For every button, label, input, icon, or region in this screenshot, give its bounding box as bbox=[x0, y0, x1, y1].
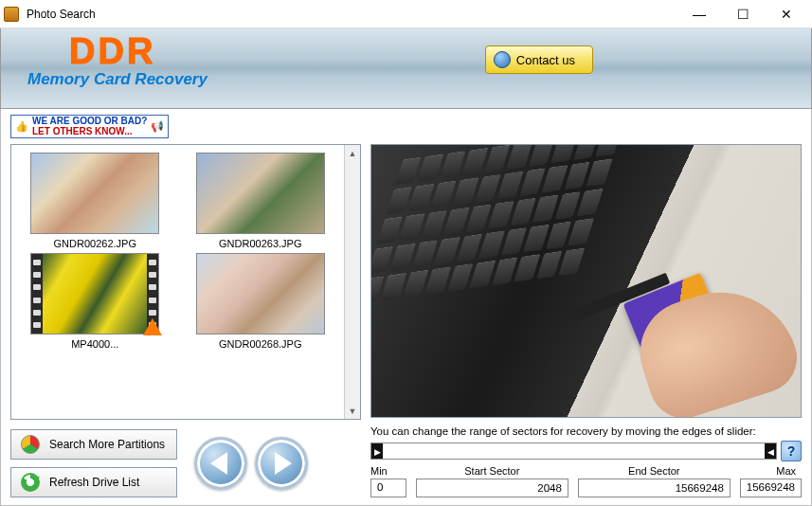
thumbnail-panel: GNDR00262.JPG GNDR00263.JPG MP400 bbox=[10, 144, 361, 420]
video-thumbnail bbox=[30, 253, 159, 334]
title-bar: Photo Search — ☐ ✕ bbox=[0, 0, 812, 28]
app-subtitle: Memory Card Recovery bbox=[14, 70, 798, 89]
start-sector-label: Start Sector bbox=[416, 465, 568, 477]
end-sector-input[interactable] bbox=[578, 479, 731, 497]
thumbnail-scrollbar[interactable]: ▲ ▼ bbox=[344, 145, 360, 419]
minimize-button[interactable]: — bbox=[677, 0, 721, 28]
max-value: 15669248 bbox=[740, 479, 802, 497]
scroll-up-icon[interactable]: ▲ bbox=[345, 145, 360, 161]
scroll-down-icon[interactable]: ▼ bbox=[345, 403, 360, 419]
button-label: Search More Partitions bbox=[49, 438, 165, 451]
sector-range-panel: You can change the range of sectors for … bbox=[370, 425, 802, 497]
person-icon bbox=[494, 51, 511, 68]
thumb-caption: MP4000... bbox=[71, 338, 118, 350]
next-button[interactable] bbox=[255, 437, 308, 490]
megaphone-icon: 📢 bbox=[151, 121, 164, 133]
app-header: DDR Memory Card Recovery Contact us bbox=[0, 28, 812, 109]
refresh-icon bbox=[21, 473, 40, 492]
thumbs-up-icon: 👍 bbox=[15, 121, 28, 133]
thumb-item[interactable]: MP4000... bbox=[15, 253, 175, 350]
sector-slider[interactable]: ▶ ◀ bbox=[370, 443, 777, 460]
feedback-line2: LET OTHERS KNOW... bbox=[32, 127, 147, 137]
photo-thumbnail bbox=[30, 153, 159, 234]
thumb-item[interactable]: GNDR00262.JPG bbox=[15, 153, 175, 249]
maximize-button[interactable]: ☐ bbox=[721, 0, 765, 28]
slider-handle-right[interactable]: ◀ bbox=[765, 443, 776, 459]
search-more-partitions-button[interactable]: Search More Partitions bbox=[10, 429, 177, 460]
thumb-item[interactable]: GNDR00263.JPG bbox=[181, 153, 341, 249]
close-button[interactable]: ✕ bbox=[765, 0, 808, 28]
end-sector-label: End Sector bbox=[578, 465, 731, 477]
thumb-caption: GNDR00262.JPG bbox=[54, 238, 136, 249]
arrow-left-icon bbox=[210, 452, 227, 475]
vlc-cone-icon bbox=[143, 318, 162, 335]
app-icon bbox=[4, 7, 19, 22]
pie-chart-icon bbox=[21, 435, 40, 454]
photo-thumbnail bbox=[196, 153, 325, 234]
min-label: Min bbox=[370, 465, 406, 477]
min-value: 0 bbox=[370, 479, 406, 497]
window-title: Photo Search bbox=[27, 8, 677, 21]
previous-button[interactable] bbox=[194, 437, 247, 490]
photo-thumbnail bbox=[196, 253, 325, 334]
button-label: Refresh Drive List bbox=[49, 476, 139, 489]
arrow-right-icon bbox=[275, 452, 292, 475]
preview-image bbox=[370, 144, 802, 418]
start-sector-input[interactable] bbox=[416, 479, 568, 497]
contact-us-button[interactable]: Contact us bbox=[485, 45, 593, 74]
slider-handle-left[interactable]: ▶ bbox=[371, 443, 383, 459]
thumb-item[interactable]: GNDR00268.JPG bbox=[181, 253, 341, 350]
refresh-drive-list-button[interactable]: Refresh Drive List bbox=[10, 467, 177, 497]
content-area: 👍 WE ARE GOOD OR BAD? LET OTHERS KNOW...… bbox=[0, 109, 812, 506]
max-label: Max bbox=[740, 465, 802, 477]
help-button[interactable]: ? bbox=[781, 441, 802, 461]
logo: DDR bbox=[14, 34, 798, 68]
thumb-caption: GNDR00268.JPG bbox=[219, 338, 301, 350]
feedback-link[interactable]: 👍 WE ARE GOOD OR BAD? LET OTHERS KNOW...… bbox=[10, 115, 169, 138]
feedback-line1: WE ARE GOOD OR BAD? bbox=[32, 117, 147, 127]
contact-label: Contact us bbox=[516, 53, 575, 67]
sector-instruction: You can change the range of sectors for … bbox=[370, 425, 756, 437]
thumb-caption: GNDR00263.JPG bbox=[219, 238, 301, 249]
